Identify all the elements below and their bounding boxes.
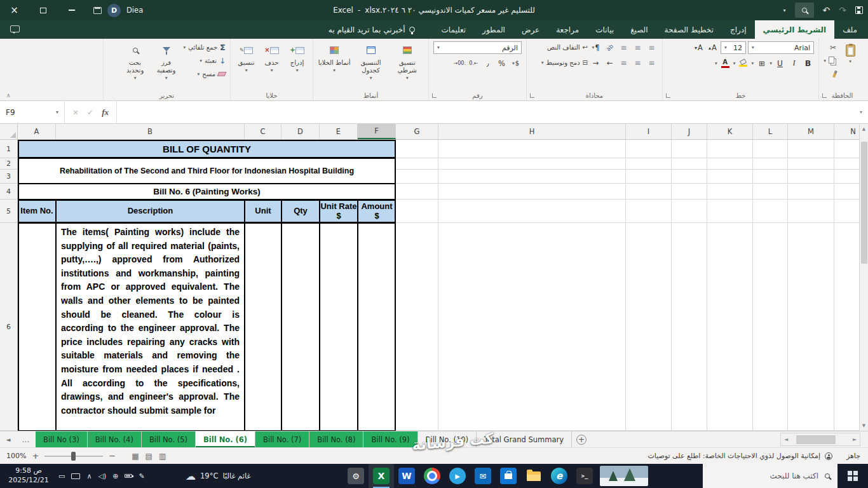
bold-button[interactable]: B <box>802 57 814 69</box>
column-header-B[interactable]: B <box>56 124 245 139</box>
taskbar-search[interactable]: اكتب هنا للبحث <box>703 464 837 488</box>
sheet-nav-more-icon[interactable]: … <box>17 431 36 447</box>
percent-style-button[interactable]: % <box>496 57 508 69</box>
clipboard-dialog-launcher-icon[interactable] <box>822 93 827 98</box>
cell-bill-no[interactable]: Bill No. 6 (Painting Works) <box>18 184 396 200</box>
sort-filter-button[interactable]: فرز وتصفية ▾ <box>153 41 180 80</box>
battery-icon[interactable] <box>125 474 132 478</box>
undo-button[interactable]: ↶ <box>823 5 831 15</box>
cell-unit-blank[interactable] <box>245 223 281 431</box>
normal-view-icon[interactable]: ▦ <box>132 452 139 461</box>
taskbar-app-edge[interactable]: e <box>546 464 572 488</box>
ribbon-tab-item[interactable]: مراجعة <box>548 20 587 39</box>
find-select-button[interactable]: بحث وتحديد ▾ <box>121 41 149 80</box>
font-size-select[interactable]: 12▾ <box>721 41 746 54</box>
comments-icon[interactable] <box>10 25 20 32</box>
search-button[interactable] <box>795 3 814 18</box>
font-name-select[interactable]: Arial▾ <box>748 41 814 54</box>
column-header-H[interactable]: H <box>438 124 626 139</box>
taskbar-clock[interactable]: 9:58 ص 2025/12/21 <box>4 466 53 485</box>
orientation-button[interactable]: ab <box>604 41 616 53</box>
scroll-down-icon[interactable]: ▼ <box>860 421 868 431</box>
borders-button[interactable]: ⊞ <box>756 57 768 69</box>
paste-button[interactable]: ▾ <box>839 41 861 64</box>
row-header-2[interactable]: 2 <box>0 158 17 170</box>
scroll-up-icon[interactable]: ▲ <box>860 124 868 134</box>
column-header-N[interactable]: N <box>834 124 859 139</box>
zoom-out-button[interactable]: − <box>109 452 116 460</box>
cell-header-unit[interactable]: Unit <box>245 200 281 223</box>
increase-font-size-button[interactable]: A▴ <box>707 42 719 54</box>
name-box[interactable]: F9 ▾ <box>0 101 65 123</box>
ribbon-display-options-icon[interactable] <box>93 7 102 14</box>
autosum-button[interactable]: Σجمع تلقائي▾ <box>184 41 226 53</box>
cell-qty-blank[interactable] <box>281 223 320 431</box>
monitor-tray-icon[interactable]: ▭ <box>58 472 65 480</box>
network-icon[interactable]: ⊕ <box>112 472 118 480</box>
align-right-button[interactable]: ≡ <box>646 57 658 69</box>
taskbar-photo-preview[interactable] <box>597 464 651 488</box>
column-header-M[interactable]: M <box>788 124 834 139</box>
zoom-in-button[interactable]: + <box>32 452 39 460</box>
sheet-tab[interactable]: Bill No. (8) <box>309 431 363 447</box>
vertical-scrollbar[interactable]: ▲ ▼ <box>859 124 868 431</box>
name-box-dropdown-icon[interactable]: ▾ <box>56 109 58 115</box>
insert-cells-button[interactable]: + إدراج ▾ <box>286 41 308 72</box>
cell-amount-blank[interactable] <box>358 223 396 431</box>
clear-button[interactable]: مسح▾ <box>184 68 226 80</box>
cell-header-amount[interactable]: Amount $ <box>358 200 396 223</box>
column-header-C[interactable]: C <box>245 124 281 139</box>
increase-indent-button[interactable]: → <box>590 57 602 69</box>
accounting-format-button[interactable]: $▾ <box>510 57 522 69</box>
pen-tray-icon[interactable]: ✎ <box>139 472 144 480</box>
touch-keyboard-icon[interactable] <box>71 473 80 479</box>
minimize-button[interactable] <box>57 0 86 20</box>
copy-button[interactable]: ▾ <box>824 55 836 67</box>
decrease-decimal-button[interactable]: .00→ <box>454 57 466 69</box>
column-header-A[interactable]: A <box>18 124 56 139</box>
taskbar-app-excel[interactable]: X <box>369 464 394 488</box>
taskbar-app-outlook[interactable]: ✉ <box>470 464 496 488</box>
cell-item-no-blank[interactable] <box>18 223 56 431</box>
align-center-button[interactable]: ≡ <box>632 57 644 69</box>
row-header-5[interactable]: 5 <box>0 200 17 223</box>
taskbar-app-store[interactable] <box>496 464 521 488</box>
page-layout-view-icon[interactable]: ▤ <box>146 452 153 461</box>
row-header-6[interactable]: 6 <box>0 223 17 431</box>
volume-icon[interactable]: ◁) <box>98 472 106 480</box>
format-painter-button[interactable] <box>824 68 836 80</box>
font-color-button[interactable]: A <box>719 57 731 69</box>
align-bottom-button[interactable]: ≡ <box>618 41 630 53</box>
sheet-tab[interactable]: Bill No (3) <box>36 431 88 447</box>
ribbon-tab-active[interactable]: الشريط الرئيسي <box>755 20 835 39</box>
tell-me[interactable]: أخبرني بما تريد القيام به <box>329 20 416 39</box>
format-as-table-button[interactable]: التنسيق كجدول ▾ <box>354 41 387 80</box>
cell-header-item-no[interactable]: Item No. <box>18 200 56 223</box>
cell-description[interactable]: The items( Painting works) include the s… <box>56 223 245 431</box>
save-icon[interactable] <box>855 6 863 14</box>
new-sheet-button[interactable]: + <box>572 431 591 447</box>
row-header-4[interactable]: 4 <box>0 184 17 200</box>
taskbar-app-file-explorer[interactable] <box>521 464 546 488</box>
sheet-tab[interactable]: Total Grand Summary <box>477 431 572 447</box>
alignment-dialog-launcher-icon[interactable] <box>530 93 534 98</box>
cell-title[interactable]: BILL OF QUANTITY <box>18 140 396 158</box>
number-format-select[interactable]: الرقم▾ <box>433 41 522 54</box>
taskbar-app-settings[interactable]: ⚙ <box>343 464 369 488</box>
ribbon-tab-item[interactable]: ملف <box>834 20 865 39</box>
horizontal-scrollbar[interactable]: ◄ ► <box>780 433 860 446</box>
align-middle-button[interactable]: ≡ <box>632 41 644 53</box>
conditional-formatting-button[interactable]: تنسيق شرطي ▾ <box>391 41 424 80</box>
confirm-entry-button[interactable]: ✓ <box>87 108 93 117</box>
accessibility-status[interactable]: إمكانية الوصول لذوي الاحتياجات الخاصة: ا… <box>648 448 832 464</box>
cut-button[interactable]: ✂ <box>824 41 836 53</box>
cells-area[interactable]: BILL OF QUANTITYRehabilitation of The Se… <box>18 140 859 431</box>
column-header-D[interactable]: D <box>281 124 320 139</box>
sheet-nav-left-icon[interactable]: ◄ <box>0 431 17 447</box>
column-header-F[interactable]: F <box>358 124 396 139</box>
ribbon-tab-item[interactable]: المطور <box>474 20 513 39</box>
column-header-G[interactable]: G <box>396 124 438 139</box>
redo-button[interactable]: ↷ <box>839 5 846 15</box>
sheet-tab[interactable]: Bill No. (5) <box>142 431 196 447</box>
horizontal-scroll-thumb[interactable] <box>796 435 836 444</box>
